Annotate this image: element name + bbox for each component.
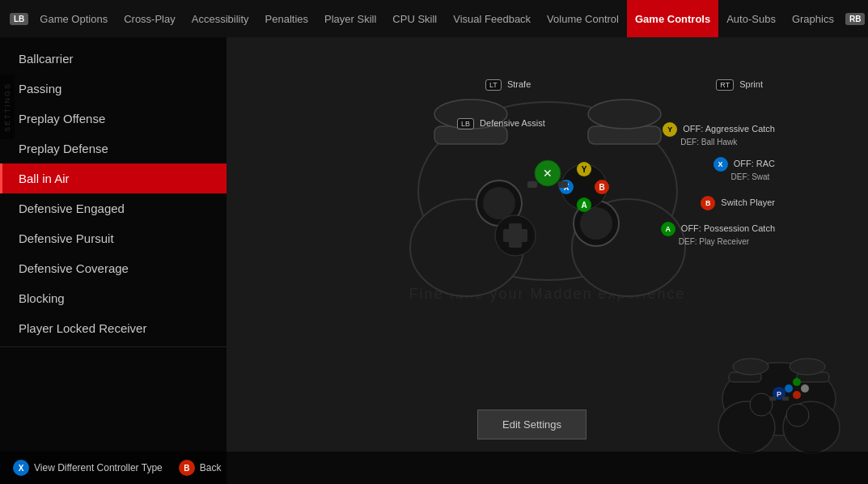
y-label1-text: OFF: Aggressive Catch [683,124,775,134]
strafe-label: LT Strafe [485,79,531,91]
sidebar-item-13 [0,389,227,409]
sidebar-item-blocking[interactable]: Blocking [0,283,227,313]
svg-point-35 [786,404,809,427]
x-label1-text: OFF: RAC [734,159,775,168]
back-action[interactable]: B Back [179,460,222,476]
sidebar-divider [0,346,227,347]
sidebar-item-12 [0,370,227,389]
nav-penalties[interactable]: Penalties [257,0,316,37]
a-label2-text: DEF: Play Receiver [679,237,775,246]
sidebar-item-ball-in-air[interactable]: Ball in Air [0,163,227,193]
controller-area: Settings Fine tune your Madden experienc… [227,37,868,484]
sidebar-item-player-locked-receiver[interactable]: Player Locked Receiver [0,313,227,343]
nav-cpu-skill[interactable]: CPU Skill [384,0,445,37]
svg-point-36 [793,391,801,399]
sidebar-item-11 [0,350,227,370]
rt-badge: RT [716,79,734,91]
view-controller-action[interactable]: X View Different Controller Type [13,460,163,476]
edit-settings-button[interactable]: Edit Settings [477,410,586,439]
sidebar-item-passing[interactable]: Passing [0,74,227,104]
b-badge: B [701,196,715,210]
x-label2-text: DEF: Swat [731,172,775,181]
svg-point-32 [733,359,768,375]
sprint-text: Sprint [739,79,763,89]
y-label2-text: DEF: Ball Hawk [680,138,775,146]
y-badge: Y [663,122,677,137]
lt-badge: LT [485,79,502,91]
svg-point-33 [790,359,825,375]
nav-auto-subs[interactable]: Auto-Subs [718,0,784,37]
sidebar-item-defensive-coverage[interactable]: Defensive Coverage [0,253,227,283]
main-content: SETTINGS Ballcarrier Passing Preplay Off… [0,37,868,484]
view-controller-label: View Different Controller Type [34,462,163,473]
top-navigation: LB Game Options Cross-Play Accessibility… [0,0,868,37]
nav-game-controls[interactable]: Game Controls [627,0,718,37]
sidebar-item-ballcarrier[interactable]: Ballcarrier [0,44,227,74]
lb-badge[interactable]: LB [10,13,28,25]
nav-graphics[interactable]: Graphics [784,0,842,37]
sidebar-item-defensive-pursuit[interactable]: Defensive Pursuit [0,223,227,253]
nav-visual-feedback[interactable]: Visual Feedback [445,0,539,37]
sprint-label: RT Sprint [716,79,763,91]
svg-point-38 [785,384,793,393]
svg-point-39 [793,378,801,386]
sidebar-item-preplay-offense[interactable]: Preplay Offense [0,104,227,134]
rb-badge[interactable]: RB [845,13,865,25]
lb-ctrl-badge: LB [457,118,474,129]
strafe-text: Strafe [507,79,531,89]
defensive-assist-text: Defensive Assist [480,118,545,128]
nav-accessibility[interactable]: Accessibility [184,0,257,37]
svg-rect-44 [782,397,789,401]
svg-point-37 [801,384,809,393]
sidebar: Ballcarrier Passing Preplay Offense Prep… [0,37,227,484]
nav-volume-control[interactable]: Volume Control [539,0,627,37]
svg-rect-43 [769,397,776,401]
a-label1-text: OFF: Possession Catch [681,223,775,233]
bottom-bar: X View Different Controller Type B Back [0,452,868,484]
x-button-badge: X [13,460,29,476]
b-button-badge: B [179,460,195,476]
nav-player-skill[interactable]: Player Skill [316,0,384,37]
a-badge: A [661,222,675,236]
x-badge: X [713,157,728,172]
svg-text:P: P [777,390,781,398]
a-button-label: A OFF: Possession Catch DEF: Play Receiv… [661,222,775,246]
back-label: Back [200,462,222,473]
b-label-text: Switch Player [721,197,775,207]
x-button-label: X OFF: RAC DEF: Swat [713,157,775,181]
svg-point-34 [750,393,773,416]
y-button-label: Y OFF: Aggressive Catch DEF: Ball Hawk [663,122,775,146]
b-button-label: B Switch Player [701,196,775,210]
nav-cross-play[interactable]: Cross-Play [116,0,184,37]
sidebar-item-defensive-engaged[interactable]: Defensive Engaged [0,193,227,223]
sidebar-item-preplay-defense[interactable]: Preplay Defense [0,134,227,163]
small-controller-image: ✕ P [706,346,852,460]
nav-game-options[interactable]: Game Options [32,0,116,37]
defensive-assist-label: LB Defensive Assist [457,118,545,129]
